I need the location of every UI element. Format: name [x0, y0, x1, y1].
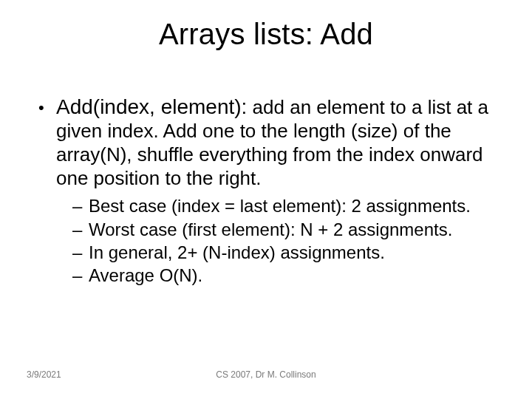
bullet-level2: – Worst case (first element): N + 2 assi…: [72, 218, 497, 241]
bullet-level2: – Average O(N).: [72, 264, 497, 287]
dash-icon: –: [72, 218, 89, 241]
bullet-level1: • Add(index, element): add an element to…: [38, 95, 497, 190]
slide-title: Arrays lists: Add: [0, 18, 532, 51]
dash-icon: –: [72, 194, 89, 217]
bullet-level2: – In general, 2+ (N-index) assignments.: [72, 241, 497, 264]
lead-text: Add(index, element):: [56, 95, 247, 118]
dash-icon: –: [72, 241, 89, 264]
slide: Arrays lists: Add • Add(index, element):…: [0, 0, 532, 399]
body-content: • Add(index, element): add an element to…: [38, 95, 497, 287]
dash-icon: –: [72, 264, 89, 287]
sub-item-text: Average O(N).: [89, 264, 497, 287]
sub-item-text: Worst case (first element): N + 2 assign…: [89, 218, 497, 241]
bullet-dot-icon: •: [38, 95, 56, 190]
footer-center: CS 2007, Dr M. Collinson: [0, 369, 532, 380]
bullet-level2: – Best case (index = last element): 2 as…: [72, 194, 497, 217]
sub-item-text: Best case (index = last element): 2 assi…: [89, 194, 497, 217]
sub-item-text: In general, 2+ (N-index) assignments.: [89, 241, 497, 264]
sublist: – Best case (index = last element): 2 as…: [72, 194, 497, 287]
bullet-text: Add(index, element): add an element to a…: [56, 95, 497, 190]
